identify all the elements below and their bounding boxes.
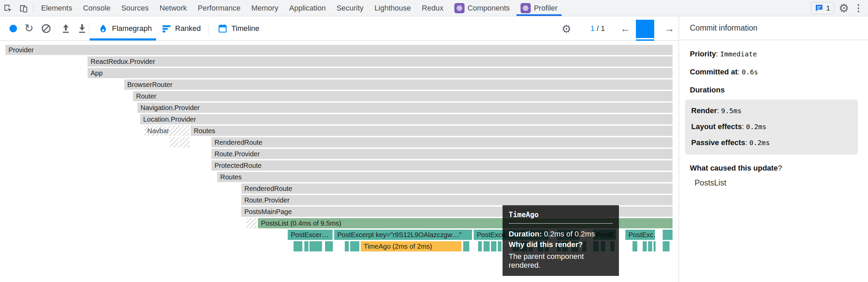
flame-bar-PostExcerpt[interactable]: PostExcerpt key="r9S12L9OAlazczgw…" [334,230,472,240]
tab-label: Console [83,4,111,13]
devtools-tabs: ElementsConsoleSourcesNetworkPerformance… [36,0,563,16]
ranked-tab-icon [162,25,172,33]
flame-bar-segment[interactable] [498,241,502,251]
flame-bar-Navigation.Provider[interactable]: Navigation.Provider [137,103,673,113]
flame-bar-segment[interactable] [325,241,333,251]
tab-elements[interactable]: Elements [36,0,78,16]
next-commit-arrow-icon[interactable]: → [664,23,675,34]
flame-bar-segment[interactable] [484,241,490,251]
flame-bar-segment[interactable] [663,241,669,251]
flame-bar-Provider[interactable]: Provider [5,45,673,55]
flame-bar-ProtectedRoute[interactable]: ProtectedRoute [211,160,673,171]
flame-bar-ReactRedux.Provider[interactable]: ReactRedux.Provider [88,56,673,67]
flame-bar-segment[interactable] [180,137,190,147]
flame-bar-RenderedRoute[interactable]: RenderedRoute [241,183,673,194]
tab-profiler[interactable]: Profiler [515,0,563,16]
tab-label: Performance [198,4,241,13]
save-profile-icon[interactable] [77,23,88,34]
divider [33,3,34,13]
tab-security[interactable]: Security [331,0,369,16]
flame-bar-segment[interactable] [246,218,257,228]
flame-bar-segment[interactable] [463,241,469,251]
flame-bar-Route.Provider[interactable]: Route.Provider [241,195,673,205]
flame-bar-segment[interactable] [309,241,322,251]
tab-memory[interactable]: Memory [246,0,284,16]
cause-item-PostsList[interactable]: PostsList [690,178,858,188]
selected-commit-bar[interactable] [636,20,654,38]
flame-bar-Routes[interactable]: Routes [191,126,673,136]
durations-heading: Durations [690,86,858,94]
flame-bar-segment[interactable] [663,230,673,240]
divider [89,23,89,34]
flame-bar-Router[interactable]: Router [133,91,673,101]
flame-bar-segment[interactable] [345,241,349,251]
tab-label: Components [468,4,510,13]
commit-current: 1 [590,24,595,33]
divider [208,23,209,34]
tab-label: Memory [251,4,278,13]
flame-bar-RenderedRoute[interactable]: RenderedRoute [211,137,673,147]
tab-timeline[interactable]: Timeline [231,24,259,33]
inspect-icon[interactable] [0,0,16,16]
flame-bar-Route.Provider[interactable]: Route.Provider [211,149,673,159]
tab-ranked[interactable]: Ranked [175,24,201,33]
tab-application[interactable]: Application [284,0,331,16]
record-button[interactable] [10,25,17,32]
tab-label: Sources [121,4,149,13]
flame-bar-TimeAgo[interactable]: TimeAgo (2ms of 2ms) [361,241,461,251]
flame-bar-BrowserRouter[interactable]: BrowserRouter [124,80,673,90]
react-icon [521,3,531,13]
clear-profile-icon[interactable] [41,23,52,34]
more-options-icon[interactable]: ⋮ [854,2,863,14]
committed-at-row: Committed at: 0.6s [690,68,858,76]
devtools-tabbar: ElementsConsoleSourcesNetworkPerformance… [0,0,868,16]
tab-components[interactable]: Components [449,0,515,16]
reload-and-profile-icon[interactable]: ↻ [24,22,34,35]
messages-badge[interactable]: 1 [811,2,834,14]
flame-bar-segment[interactable] [350,241,359,251]
tooltip-why-label: Why did this render? [509,240,583,249]
flame-bar-App[interactable]: App [88,68,673,78]
badge-count: 1 [826,4,830,12]
previous-commit-arrow-icon[interactable]: ← [620,23,630,34]
flame-bar-segment[interactable] [643,241,647,251]
flame-bar-segment[interactable] [304,241,308,251]
flame-bar-segment[interactable] [170,137,179,147]
flame-bar-segment[interactable] [491,241,496,251]
commit-counter: 1 / 1 [590,24,605,33]
tooltip-reason: The parent component rendered. [509,252,613,270]
react-icon [454,3,465,13]
tab-performance[interactable]: Performance [192,0,246,16]
profiler-settings-gear-icon[interactable]: ⚙ [562,22,571,35]
tab-network[interactable]: Network [154,0,192,16]
tooltip-duration-value: 0.2ms of 0.2ms [542,230,595,238]
hover-tooltip: TimeAgo Duration: 0.2ms of 0.2ms Why did… [503,205,619,276]
tab-console[interactable]: Console [78,0,116,16]
flame-bar-segment[interactable] [478,241,482,251]
tab-redux[interactable]: Redux [416,0,449,16]
flamegraph-tab-underline [90,38,156,40]
flame-bar-segment[interactable] [654,241,656,251]
flame-bar-segment[interactable] [633,241,637,251]
load-profile-icon[interactable] [60,23,71,34]
flame-bar-segment[interactable] [294,241,302,251]
flame-bar-Navbar[interactable]: Navbar [144,126,190,136]
flame-bar-PostExcer[interactable]: PostExcer… [288,230,333,240]
divider [54,23,55,34]
commit-separator: / [597,24,601,33]
tab-label: Profiler [534,4,558,13]
timeline-tab-icon [218,24,227,33]
tab-sources[interactable]: Sources [116,0,154,16]
tab-lighthouse[interactable]: Lighthouse [369,0,416,16]
tab-label: Application [289,4,326,13]
durations-box: Render: 9.5msLayout effects: 0.2msPassiv… [685,100,858,155]
device-toolbar-icon[interactable] [16,0,31,16]
settings-gear-icon[interactable]: ⚙ [839,1,849,15]
flame-bar-PostExc[interactable]: PostExc… [625,230,655,240]
flame-bar-segment[interactable] [648,241,652,251]
tab-label: Lighthouse [374,4,411,13]
tab-flamegraph[interactable]: Flamegraph [112,24,152,33]
flame-bar-Routes[interactable]: Routes [217,172,673,182]
flame-bar-Location.Provider[interactable]: Location.Provider [140,114,673,124]
commit-info-panel: Commit information Priority: Immediate C… [679,16,868,282]
